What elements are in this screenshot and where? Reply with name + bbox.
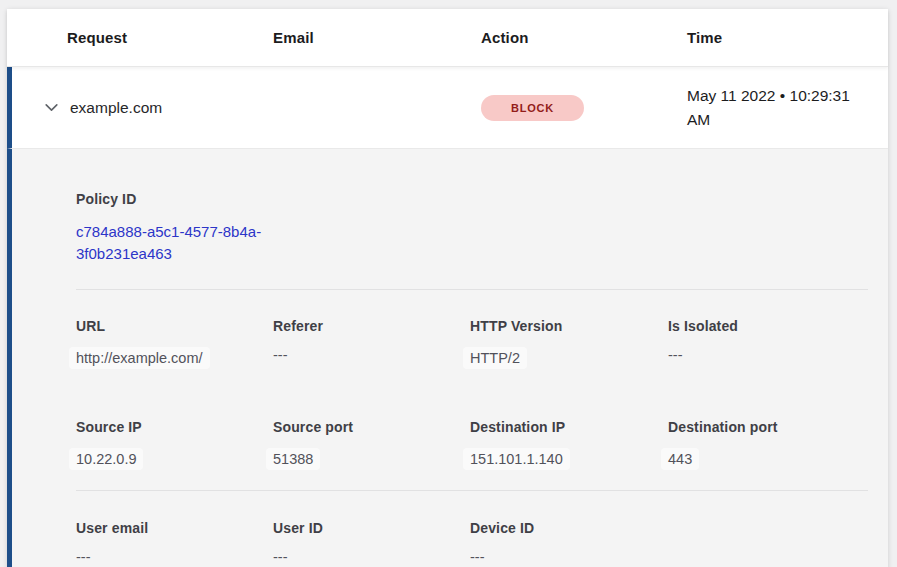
detail-field-value: --- [470,549,668,565]
detail-field-is-isolated: Is Isolated --- [668,318,868,369]
detail-field-source-ip: Source IP 10.22.0.9 [76,419,273,470]
detail-field-value: 10.22.0.9 [76,448,273,470]
detail-field-source-port: Source port 51388 [273,419,470,470]
detail-fields-grid: URL http://example.com/ Referer --- HTTP… [76,318,868,470]
row-detail-panel: Policy ID c784a888-a5c1-4577-8b4a-3f0b23… [7,149,888,567]
detail-field-label: Referer [273,318,470,334]
detail-field-destination-port: Destination port 443 [668,419,868,470]
detail-field-value: HTTP/2 [470,347,668,369]
chevron-down-icon [43,99,60,116]
detail-field-label: Source IP [76,419,273,435]
column-header-time: Time [687,29,888,46]
detail-field-value: 443 [668,448,868,470]
table-row[interactable]: example.com BLOCK May 11 2022 • 10:29:31… [7,67,888,149]
column-header-action: Action [481,29,687,46]
detail-field-label: Device ID [470,520,668,536]
detail-field-label: Is Isolated [668,318,868,334]
detail-field-value: 51388 [273,448,470,470]
detail-field-value: --- [273,549,470,565]
row-time-value: May 11 2022 • 10:29:31 AM [687,84,867,132]
policy-id-link[interactable]: c784a888-a5c1-4577-8b4a-3f0b231ea463 [76,221,276,265]
column-header-email: Email [273,29,481,46]
detail-user-grid: User email --- User ID --- Device ID --- [76,520,868,565]
table-header-row: Request Email Action Time [7,9,888,67]
detail-field-label: User ID [273,520,470,536]
detail-field-label: URL [76,318,273,334]
column-header-request: Request [67,29,273,46]
row-action-cell: BLOCK [481,95,687,121]
detail-field-value: --- [668,347,868,363]
action-block-badge: BLOCK [481,95,584,121]
detail-field-label: Destination port [668,419,868,435]
detail-field-value: --- [76,549,273,565]
detail-field-referer: Referer --- [273,318,470,369]
detail-field-value: http://example.com/ [76,347,273,369]
row-request-value: example.com [67,99,273,117]
row-expand-toggle[interactable] [42,99,60,117]
detail-field-http-version: HTTP Version HTTP/2 [470,318,668,369]
divider [76,289,868,290]
detail-field-device-id: Device ID --- [470,520,668,565]
detail-field-value: 151.101.1.140 [470,448,668,470]
detail-field-label: User email [76,520,273,536]
divider [76,490,868,491]
detail-field-label: Destination IP [470,419,668,435]
detail-field-label: Source port [273,419,470,435]
detail-field-user-email: User email --- [76,520,273,565]
policy-id-label: Policy ID [76,191,868,207]
detail-field-url: URL http://example.com/ [76,318,273,369]
detail-field-label: HTTP Version [470,318,668,334]
policy-section: Policy ID c784a888-a5c1-4577-8b4a-3f0b23… [76,191,868,265]
detail-field-destination-ip: Destination IP 151.101.1.140 [470,419,668,470]
request-log-table: Request Email Action Time example.com BL… [7,9,888,567]
detail-field-user-id: User ID --- [273,520,470,565]
detail-field-value: --- [273,347,470,363]
